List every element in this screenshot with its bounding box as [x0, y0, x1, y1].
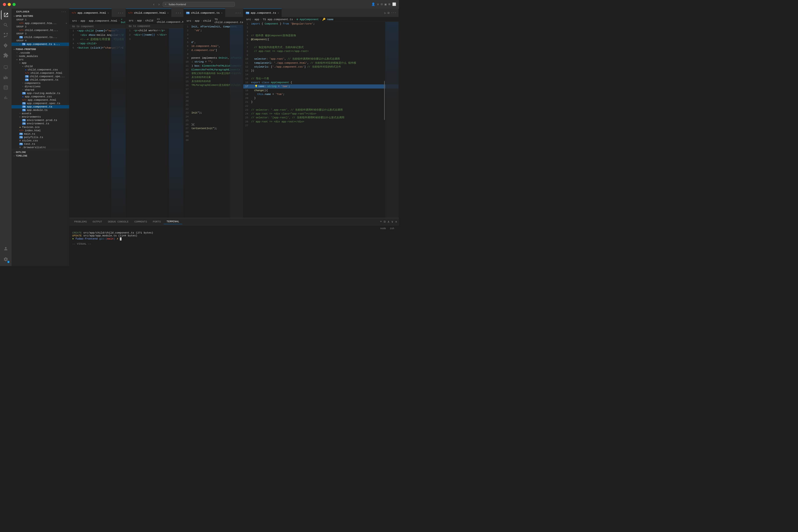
go-to-component-2[interactable]: Go to component: [126, 24, 183, 28]
nav-forward-button[interactable]: ›: [157, 2, 161, 7]
tree-routing[interactable]: TS app-routing.module.ts: [12, 92, 69, 95]
tree-main-ts[interactable]: TS main.ts: [12, 132, 69, 136]
tab-app-ts[interactable]: TS app.component.ts ✕: [243, 9, 282, 17]
tree-env[interactable]: TS environment.ts: [12, 122, 69, 125]
tree-directives[interactable]: › directives: [12, 85, 69, 88]
scrollbar-thumb[interactable]: [384, 81, 385, 120]
tree-node-modules[interactable]: › node_modules: [12, 55, 69, 58]
tree-app-css[interactable]: ◈ app.component.css: [12, 95, 69, 98]
tree-shared[interactable]: › shared: [12, 88, 69, 92]
activity-accounts[interactable]: [1, 244, 11, 253]
tree-child-html[interactable]: </> child.component.html: [12, 72, 69, 75]
tree-favicon[interactable]: ★ favicon.ico: [12, 125, 69, 129]
project-header[interactable]: ▾ FUDAO-FRONTEND: [12, 48, 69, 51]
group3-header[interactable]: GROUP 3: [12, 32, 69, 36]
more-actions-icon[interactable]: ···: [391, 11, 396, 15]
open-editor-item-app-ts[interactable]: ✕ TS app.component.ts s...: [12, 42, 69, 46]
panel-up-icon[interactable]: ∧: [388, 220, 390, 224]
tree-app-html[interactable]: </> app.component.html: [12, 98, 69, 102]
outline-header[interactable]: › OUTLINE: [12, 151, 69, 154]
tree-styles-css[interactable]: # styles.css: [12, 139, 69, 142]
minimize-button[interactable]: [8, 3, 11, 6]
code-area-4[interactable]: 1import { Component } from '@angular/cor…: [243, 22, 398, 218]
tree-test-ts[interactable]: TS test.ts: [12, 142, 69, 146]
tab-app-component-html[interactable]: </> app.component.html ✕: [69, 9, 112, 17]
tree-environments[interactable]: ▾ environments: [12, 115, 69, 118]
close-button[interactable]: [3, 3, 6, 6]
group2-header[interactable]: GROUP 2: [12, 25, 69, 28]
node-terminal[interactable]: node: [378, 227, 388, 230]
open-editor-item-child-html[interactable]: </> child.component.ht...: [12, 28, 69, 32]
tree-assets[interactable]: › assets: [12, 112, 69, 115]
panel-close-icon[interactable]: ✕: [395, 220, 397, 224]
terminal-prompt[interactable]: ● fudao-frontend git:(main) ✗: [72, 237, 396, 241]
tree-index-html[interactable]: </> index.html: [12, 129, 69, 132]
go-to-component-1[interactable]: Go to component: [69, 25, 126, 28]
group1-header[interactable]: GROUP 1: [12, 18, 69, 22]
code-area-1[interactable]: 1<app-child [name]="name"> 2 <div #box>H…: [69, 28, 126, 218]
tab-child-ts[interactable]: TS child.component.ts ✕: [184, 9, 225, 17]
activity-source-control[interactable]: [1, 30, 11, 40]
tab-more-button[interactable]: ···: [116, 9, 126, 17]
layout-icon4[interactable]: ⬜: [392, 2, 396, 6]
activity-extensions[interactable]: [1, 51, 11, 60]
activity-explorer[interactable]: [1, 10, 11, 20]
activity-run-debug[interactable]: [1, 40, 11, 50]
tree-src[interactable]: ▾ src: [12, 58, 69, 61]
tab-more-button2[interactable]: ···: [173, 9, 183, 17]
activity-remote[interactable]: [1, 62, 11, 72]
panel-tab-output[interactable]: OUTPUT: [90, 219, 105, 224]
tree-app-module[interactable]: TS app.module.ts: [12, 109, 69, 112]
panel-down-icon[interactable]: ∨: [391, 220, 393, 224]
tree-child-spec[interactable]: TS child.component.spe...: [12, 75, 69, 78]
layout-icon2[interactable]: ▣: [385, 2, 387, 6]
open-editor-item-app-html[interactable]: </> app.component.htm... ✕: [12, 22, 69, 25]
split-icon[interactable]: ⊡: [388, 11, 390, 15]
group4-header[interactable]: GROUP 4: [12, 39, 69, 42]
tree-app-spec[interactable]: TS app.component.spec.ts: [12, 102, 69, 105]
panel-tab-problems[interactable]: PROBLEMS: [71, 219, 90, 224]
tree-app[interactable]: ▾ app: [12, 61, 69, 65]
tree-polyfills[interactable]: TS polyfills.ts: [12, 136, 69, 139]
panel-tab-debug[interactable]: DEBUG CONSOLE: [105, 219, 131, 224]
tree-env-prod[interactable]: TS environment.prod.ts: [12, 118, 69, 122]
close-editor-icon[interactable]: ✕: [66, 22, 67, 25]
zsh-terminal[interactable]: zsh: [388, 227, 396, 230]
nav-back-button[interactable]: ‹: [152, 2, 156, 7]
tree-child-ts[interactable]: TS child.component.ts: [12, 78, 69, 81]
tree-app-ts[interactable]: TS app.component.ts: [12, 105, 69, 109]
code-area-3[interactable]: 1Init, AfterViewInit, Component, Content…: [184, 25, 243, 218]
activity-search[interactable]: [1, 20, 11, 30]
panel-tab-comments[interactable]: COMMENTS: [131, 219, 150, 224]
maximize-button[interactable]: [13, 3, 16, 6]
new-file-icon[interactable]: ···: [61, 11, 66, 13]
timeline-header[interactable]: › TIMELINE: [12, 154, 69, 158]
panel-tab-terminal[interactable]: TERMINAL: [164, 219, 182, 224]
layout-icon3[interactable]: ⊞: [388, 2, 390, 6]
tab-more-button3[interactable]: ···: [233, 9, 243, 17]
tab-close-icon2[interactable]: ✕: [167, 12, 169, 15]
tree-child-css[interactable]: ◈ child.component.css: [12, 68, 69, 72]
tab-close-icon4[interactable]: ✕: [277, 12, 279, 15]
tree-child-folder[interactable]: ▾ child: [12, 65, 69, 68]
activity-settings[interactable]: 1: [1, 254, 11, 264]
activity-charts[interactable]: [1, 93, 11, 102]
activity-db[interactable]: [1, 83, 11, 92]
panel-split-icon[interactable]: ⊡: [384, 220, 386, 224]
tab-close-icon3[interactable]: ✕: [221, 12, 223, 15]
tree-browserslistrc[interactable]: ≡ .browserslistrc: [12, 146, 69, 149]
panel-add-icon[interactable]: +: [380, 220, 382, 224]
tree-vscode[interactable]: › .vscode: [12, 51, 69, 55]
panel-tab-ports[interactable]: PORTS: [150, 219, 164, 224]
tab-child-component-html[interactable]: </> child.component.html ✕: [126, 9, 171, 17]
tab-close-icon[interactable]: ✕: [108, 12, 109, 15]
layout-icon[interactable]: ⊡: [381, 2, 383, 6]
code-area-2[interactable]: 1<p>child works!</p> 2<div>{{name}} </di…: [126, 28, 183, 218]
search-input[interactable]: [163, 2, 235, 7]
open-editors-header[interactable]: ▾ OPEN EDITORS: [12, 15, 69, 18]
account-icon[interactable]: 👤 ∨: [371, 2, 379, 6]
run-icon[interactable]: ▷: [384, 11, 386, 15]
tree-components[interactable]: › components: [12, 81, 69, 85]
open-editor-item-child-ts-comp[interactable]: TS child.component.ts...: [12, 36, 69, 39]
activity-docker[interactable]: [1, 73, 11, 82]
